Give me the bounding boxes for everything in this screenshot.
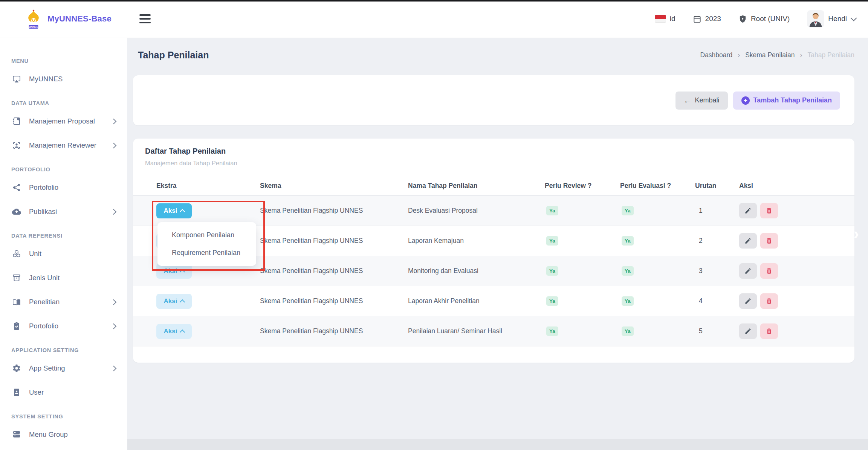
app-root: UNNES MyUNNES-Base id 2023 Root (UNIV) [0, 0, 868, 450]
calendar-icon [693, 15, 701, 23]
row-aksi-button[interactable]: Aksi [156, 324, 192, 339]
chevron-right-icon [111, 365, 117, 371]
cell-skema: Skema Penelitian Flagship UNNES [260, 237, 408, 245]
topbar-right: id 2023 Root (UNIV) [655, 10, 868, 27]
perlu-review-badge: Ya [546, 296, 558, 306]
table-subtitle: Manajemen data Tahap Penilaian [145, 160, 237, 167]
actions-card: ← Kembali + Tambah Tahap Penilaian [133, 75, 854, 125]
delete-button[interactable] [760, 323, 778, 339]
table-row: Aksi Skema Penelitian Flagship UNNES Pen… [133, 316, 854, 346]
plus-circle-icon: + [741, 96, 750, 105]
sidebar-section-label: DATA REFERENSI [0, 224, 127, 242]
sidebar-item-portofolio[interactable]: Portofolio [0, 314, 127, 338]
perlu-evaluasi-badge: Ya [622, 296, 634, 306]
chevron-right-icon [111, 142, 117, 148]
aksi-dropdown-menu: Komponen PenilaianRequirement Penilaian [157, 222, 256, 266]
breadcrumb-item: Tahap Penilaian [807, 51, 854, 59]
user-menu[interactable]: Hendi [807, 10, 856, 27]
perlu-evaluasi-badge: Ya [622, 266, 634, 276]
delete-button[interactable] [760, 263, 778, 279]
window-top-edge [0, 0, 868, 2]
id-card-icon [12, 388, 21, 397]
trash-icon [766, 328, 773, 335]
chevron-up-icon [180, 269, 185, 274]
back-button[interactable]: ← Kembali [675, 92, 728, 110]
column-header: Ekstra [156, 182, 260, 190]
pencil-icon [744, 297, 752, 305]
chevron-up-icon [180, 329, 185, 334]
sidebar-section-label: APPLICATION SETTING [0, 338, 127, 356]
edit-button[interactable] [739, 233, 757, 249]
book-open-icon [12, 297, 21, 307]
perlu-evaluasi-badge: Ya [622, 326, 634, 336]
trash-icon [766, 267, 773, 275]
chevron-right-icon [111, 209, 117, 215]
perlu-evaluasi-badge: Ya [622, 206, 634, 215]
table-row: Aksi Skema Penelitian Flagship UNNES Lap… [133, 286, 854, 316]
brand[interactable]: UNNES MyUNNES-Base [0, 9, 127, 29]
cell-skema: Skema Penelitian Flagship UNNES [260, 297, 408, 305]
year-selector[interactable]: 2023 [693, 15, 721, 23]
chevron-right-icon [111, 299, 117, 305]
reviewer-frame-icon [12, 141, 21, 150]
sidebar-item-menu-group[interactable]: Menu Group [0, 423, 127, 447]
row-aksi-button[interactable]: Aksi [156, 203, 192, 218]
add-tahap-penilaian-button[interactable]: + Tambah Tahap Penilaian [733, 92, 840, 110]
column-header: Skema [260, 182, 408, 190]
breadcrumb-separator: › [738, 51, 740, 59]
shield-icon [738, 15, 747, 23]
sidebar-item-manajemen-proposal[interactable]: Manajemen Proposal [0, 109, 127, 133]
pencil-icon [744, 328, 752, 335]
notebook-icon [12, 117, 21, 126]
edit-button[interactable] [739, 293, 757, 309]
sidebar-item-publikasi[interactable]: Publikasi [0, 200, 127, 224]
sidebar-item-app-setting[interactable]: App Setting [0, 356, 127, 380]
gear-icon [12, 364, 21, 373]
main-content: Tahap Penilaian Dashboard›Skema Penilaia… [127, 38, 868, 450]
sidebar-section-label: SYSTEM SETTING [0, 404, 127, 423]
edit-button[interactable] [739, 263, 757, 279]
add-button-label: Tambah Tahap Penilaian [753, 96, 832, 104]
hamburger-menu-button[interactable] [136, 11, 154, 26]
cell-nama-tahap: Penilaian Luaran/ Seminar Hasil [408, 327, 545, 335]
delete-button[interactable] [760, 203, 778, 218]
locale-selector[interactable]: id [655, 15, 675, 23]
sidebar-item-user[interactable]: User [0, 380, 127, 404]
chevron-right-icon[interactable]: › [854, 226, 859, 242]
breadcrumb: Dashboard›Skema Penilaian›Tahap Penilaia… [700, 51, 855, 59]
trash-icon [766, 207, 773, 214]
trash-icon [766, 237, 773, 244]
sidebar-item-manajemen-reviewer[interactable]: Manajemen Reviewer [0, 133, 127, 157]
dropdown-item[interactable]: Komponen Penilaian [157, 226, 256, 244]
sidebar-section-label: MENU [0, 49, 127, 67]
cell-skema: Skema Penelitian Flagship UNNES [260, 267, 408, 275]
column-header: Perlu Evaluasi ? [620, 182, 695, 190]
cell-skema: Skema Penelitian Flagship UNNES [260, 327, 408, 335]
sidebar-item-portofolio[interactable]: Portofolio [0, 175, 127, 200]
edit-button[interactable] [739, 203, 757, 218]
brand-name: MyUNNES-Base [47, 14, 112, 24]
delete-button[interactable] [760, 293, 778, 309]
sidebar-item-penelitian[interactable]: Penelitian [0, 290, 127, 314]
indonesia-flag-icon [655, 15, 666, 23]
sidebar-item-jenis-unit[interactable]: Jenis Unit [0, 266, 127, 290]
dropdown-item[interactable]: Requirement Penilaian [157, 244, 256, 262]
role-label: Root (UNIV) [751, 15, 790, 23]
cell-urutan: 3 [695, 267, 739, 275]
role-indicator[interactable]: Root (UNIV) [738, 15, 790, 23]
back-button-label: Kembali [695, 96, 720, 104]
edit-button[interactable] [739, 323, 757, 339]
sidebar-item-unit[interactable]: Unit [0, 242, 127, 266]
chevron-right-icon [111, 323, 117, 329]
delete-button[interactable] [760, 233, 778, 249]
row-aksi-button[interactable]: Aksi [156, 294, 192, 309]
arrow-left-icon: ← [684, 97, 691, 104]
perlu-review-badge: Ya [546, 236, 558, 246]
cloud-upload-icon [12, 207, 21, 216]
sidebar: MENU MyUNNES DATA UTAMA Manajemen Propos… [0, 38, 127, 450]
sidebar-item-myunnes[interactable]: MyUNNES [0, 67, 127, 91]
table-row: Aksi Skema Penelitian Flagship UNNES Des… [133, 196, 854, 226]
breadcrumb-item[interactable]: Dashboard [700, 51, 733, 59]
column-header: Nama Tahap Penilaian [408, 182, 545, 190]
breadcrumb-item[interactable]: Skema Penilaian [745, 51, 795, 59]
